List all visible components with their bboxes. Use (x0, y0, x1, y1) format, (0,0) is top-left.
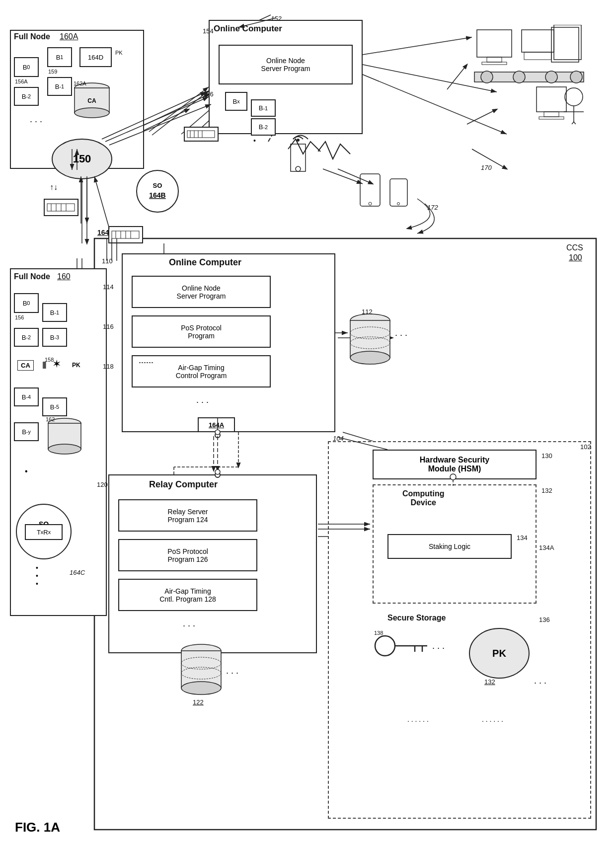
dots-db122: . . . (226, 666, 238, 676)
svg-point-57 (481, 71, 493, 83)
svg-text:SO: SO (153, 182, 162, 189)
svg-text:164B: 164B (149, 191, 165, 199)
ccs-num: 100 (569, 253, 582, 262)
dots-db112: . . . (395, 328, 407, 338)
svg-point-89 (350, 351, 390, 364)
svg-point-75 (397, 203, 400, 205)
svg-rect-53 (524, 52, 551, 60)
ca-block-fn160: CA (17, 360, 34, 371)
svg-rect-61 (537, 87, 566, 112)
svg-rect-70 (291, 144, 306, 171)
fig-label: FIG. 1A (15, 820, 60, 835)
ref-152: 152 (271, 15, 282, 22)
dots-secure-storage: . . . (432, 641, 445, 651)
b-neg2-block-top: B-2 (14, 87, 39, 106)
ref-164c: 164C (70, 569, 85, 576)
secure-storage-title: Secure Storage (387, 614, 446, 622)
svg-point-64 (565, 88, 583, 106)
zigzag-symbol (318, 139, 358, 166)
svg-point-97 (375, 636, 395, 656)
svg-line-68 (574, 122, 581, 124)
staking-logic-box: Staking Logic (387, 534, 512, 559)
bx-block-top: Bx (225, 92, 247, 111)
full-node-160-ref: 160 (57, 272, 71, 281)
svg-point-94 (181, 682, 221, 695)
pos-protocol-prog-main: PoS ProtocolProgram (132, 315, 271, 348)
b-neg2-fn160: B-2 (14, 328, 39, 347)
ca-cylinder-top: CA (72, 82, 112, 121)
b-neg2-oc-top: B-2 (251, 118, 276, 136)
b-neg3-fn160: B-3 (42, 328, 67, 347)
ref-134a: 134A (539, 544, 554, 551)
svg-line-126 (363, 37, 472, 55)
net-device-top-mid (184, 127, 219, 142)
ref-156-fn: 156 (15, 314, 24, 320)
dots-pk-bottom: . . . . . . (482, 715, 503, 723)
svg-point-69 (297, 139, 300, 142)
circle-dot-164a (215, 432, 221, 438)
ref-154: 154 (203, 27, 214, 35)
cylinder-162 (45, 417, 84, 459)
airgap-timing-prog-main: Air-Gap TimingControl Program (132, 355, 271, 387)
b-neg1-block-top: B-1 (47, 77, 72, 96)
online-computer-main-title: Online Computer (169, 257, 241, 268)
ref-134: 134 (517, 534, 528, 541)
ref-118: 118 (103, 363, 114, 370)
b-neg1-fn160: B-1 (42, 303, 67, 322)
ref-102: 102 (580, 443, 591, 451)
ref-132-bot: 132 (484, 678, 495, 686)
full-node-160a-ref: 160A (60, 32, 78, 41)
ref-138: 138 (374, 630, 383, 636)
ref-120: 120 (97, 481, 108, 488)
ref-172: 172 (427, 204, 438, 211)
airgap-cntl-prog-relay: Air-Gap TimingCntl. Program 128 (118, 579, 257, 611)
online-node-server-prog-top: Online NodeServer Program (219, 45, 353, 84)
dots-oc-top: • (253, 137, 256, 145)
164d-block: 164D (79, 47, 112, 67)
relay-computer-title: Relay Computer (149, 479, 218, 490)
devices-top-right (472, 25, 591, 126)
pk-oval: PK (467, 626, 532, 683)
b0-block-top: B0 (14, 57, 39, 77)
full-node-160a-title: Full Node (14, 32, 50, 41)
dots-progs: . . . (196, 395, 209, 405)
online-computer-top-title: Online Computer (214, 24, 282, 34)
wifi-device (273, 124, 313, 186)
svg-rect-55 (554, 25, 581, 60)
svg-text:PK: PK (492, 648, 506, 659)
svg-line-113 (149, 87, 209, 132)
svg-point-59 (545, 71, 557, 83)
computing-device-title: ComputingDevice (402, 489, 444, 507)
svg-rect-52 (522, 30, 554, 52)
svg-point-58 (513, 71, 525, 83)
full-node-160-title: Full Node (14, 272, 50, 281)
ref-162: 162 (46, 416, 55, 422)
svg-rect-76 (187, 131, 215, 138)
svg-rect-50 (487, 57, 502, 62)
dots-fn-top: . . . (30, 114, 42, 125)
ref-164a-main-box: 164A (198, 417, 235, 432)
ref-132-top: 132 (541, 487, 552, 494)
by-fn160: B-y (14, 422, 39, 441)
hsm-title-box: Hardware SecurityModule (HSM) (373, 450, 537, 479)
ref-112: 112 (362, 308, 373, 315)
b-neg5-fn160: B-5 (42, 397, 67, 416)
ref-130: 130 (541, 452, 552, 460)
updown-arrows: ↑↓ (50, 183, 58, 192)
dots-relay-progs: . . . (183, 618, 195, 629)
svg-point-73 (369, 202, 372, 205)
svg-text:150: 150 (73, 153, 91, 165)
ref-156: 156 (203, 90, 214, 98)
dots-so: ••• (36, 564, 38, 588)
relay-server-prog-box: Relay ServerProgram 124 (118, 499, 257, 532)
svg-text:CA: CA (87, 97, 96, 104)
database-122 (179, 643, 224, 700)
ref-159: 159 (48, 69, 57, 75)
ref-114: 114 (103, 283, 114, 291)
svg-line-67 (566, 122, 574, 124)
hash-marks: |||| (42, 361, 46, 369)
ccs-label: CCS (566, 243, 583, 252)
svg-rect-72 (360, 174, 380, 206)
b-neg1-oc-top: B-1 (251, 99, 276, 117)
svg-rect-49 (477, 30, 512, 57)
